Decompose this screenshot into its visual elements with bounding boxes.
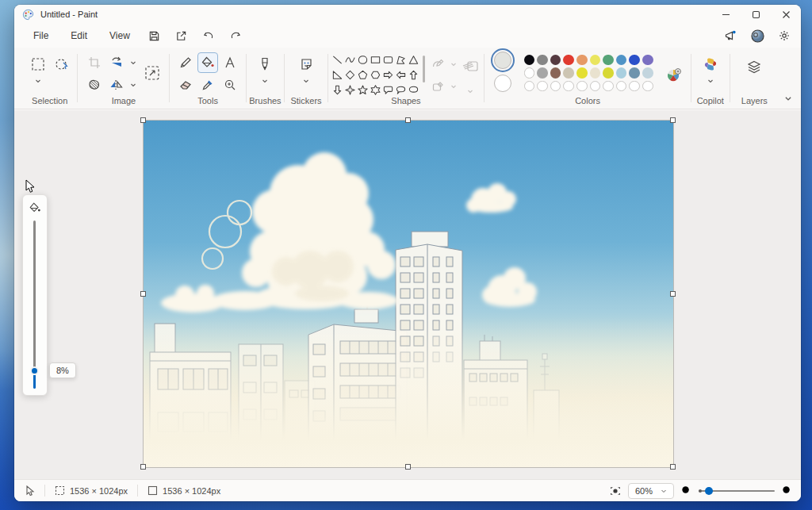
shape-oval[interactable] <box>357 52 370 67</box>
remove-background-button[interactable] <box>84 75 105 95</box>
color-swatch[interactable] <box>629 81 640 92</box>
selection-handle-top-right[interactable] <box>670 117 676 123</box>
color-swatch[interactable] <box>616 67 627 79</box>
stickers-button[interactable] <box>296 54 316 75</box>
canvas[interactable] <box>144 121 673 467</box>
shape-diamond[interactable] <box>344 67 357 82</box>
selection-handle-top-center[interactable] <box>405 117 411 123</box>
brushes-button[interactable] <box>255 54 275 75</box>
titlebar[interactable]: Untitled - Paint <box>14 5 801 24</box>
stickers-dropdown-chevron[interactable] <box>301 77 311 85</box>
shape-fill-button[interactable] <box>430 78 447 95</box>
rectangle-select-button[interactable] <box>28 54 48 75</box>
color-swatch[interactable] <box>524 81 535 92</box>
selection-handle-top-left[interactable] <box>140 117 146 123</box>
shape-line[interactable] <box>331 52 344 67</box>
selection-handle-mid-left[interactable] <box>140 291 146 297</box>
ribbon-collapse-chevron[interactable] <box>783 94 793 102</box>
shape-arrow-right[interactable] <box>382 67 395 82</box>
shape-curve[interactable] <box>344 52 357 67</box>
color-swatch[interactable] <box>603 67 614 79</box>
color-swatch[interactable] <box>524 67 535 79</box>
account-button[interactable] <box>747 26 768 45</box>
shape-style-chevron[interactable] <box>465 87 475 95</box>
zoom-slider-thumb[interactable] <box>705 487 713 495</box>
color2-swatch[interactable] <box>494 75 511 92</box>
shape-triangle[interactable] <box>408 52 420 67</box>
color-swatch[interactable] <box>550 55 561 66</box>
crop-button[interactable] <box>84 52 105 73</box>
color-swatch[interactable] <box>629 55 640 66</box>
shape-polygon[interactable] <box>395 52 408 67</box>
magnifier-tool-button[interactable] <box>220 75 240 95</box>
shape-hexagon[interactable] <box>370 67 382 82</box>
brushes-dropdown-chevron[interactable] <box>260 77 270 85</box>
color-swatch[interactable] <box>616 55 627 66</box>
color-swatch[interactable] <box>563 81 574 92</box>
pencil-tool-button[interactable] <box>175 52 196 73</box>
menu-edit[interactable]: Edit <box>63 27 95 44</box>
zoom-out-icon[interactable] <box>680 485 692 497</box>
color-swatch[interactable] <box>537 67 548 79</box>
minimize-button[interactable] <box>710 5 741 24</box>
color-swatch[interactable] <box>576 67 588 79</box>
settings-button[interactable] <box>774 26 795 45</box>
workspace[interactable] <box>14 110 801 480</box>
color-swatch[interactable] <box>642 67 653 79</box>
color-swatch[interactable] <box>642 81 653 92</box>
shape-arrow-up[interactable] <box>408 67 420 82</box>
shape-style-button[interactable] <box>460 56 481 76</box>
color-swatch[interactable] <box>642 55 653 66</box>
color-swatch[interactable] <box>590 55 601 66</box>
rotate-dropdown-chevron[interactable] <box>128 59 138 67</box>
tolerance-slider-track[interactable] <box>33 220 36 371</box>
fill-tool-button[interactable] <box>197 52 218 73</box>
color-swatch[interactable] <box>590 67 601 79</box>
selection-dropdown-chevron[interactable] <box>33 77 43 85</box>
close-button[interactable] <box>771 5 801 24</box>
color-swatch[interactable] <box>537 81 548 92</box>
shape-rounded-rectangle[interactable] <box>382 52 395 67</box>
shape-arrow-left[interactable] <box>395 67 408 82</box>
color-swatch[interactable] <box>563 55 574 66</box>
color-picker-tool-button[interactable] <box>197 75 218 95</box>
eraser-tool-button[interactable] <box>175 75 196 95</box>
zoom-in-icon[interactable] <box>781 485 793 497</box>
color-swatch[interactable] <box>537 55 548 66</box>
flip-button[interactable] <box>106 75 127 95</box>
color-swatch[interactable] <box>550 67 561 79</box>
shape-pentagon[interactable] <box>357 67 370 82</box>
zoom-slider[interactable] <box>699 486 775 496</box>
redo-button[interactable] <box>225 26 246 45</box>
shape-rectangle[interactable] <box>370 52 382 67</box>
menu-file[interactable]: File <box>25 27 56 44</box>
color-swatch[interactable] <box>590 81 601 92</box>
copilot-button[interactable] <box>700 54 721 75</box>
color-swatch[interactable] <box>603 81 614 92</box>
menu-view[interactable]: View <box>102 27 138 44</box>
copilot-dropdown-chevron[interactable] <box>706 77 715 85</box>
rotate-button[interactable] <box>106 52 127 73</box>
color-swatch[interactable] <box>616 81 627 92</box>
color-swatch[interactable] <box>524 55 535 66</box>
freeform-select-button[interactable] <box>52 54 72 75</box>
shape-outline-chevron[interactable] <box>449 60 458 68</box>
selection-handle-mid-right[interactable] <box>670 291 676 297</box>
feedback-button[interactable] <box>720 26 741 45</box>
color1-swatch[interactable] <box>494 52 511 69</box>
tolerance-slider-thumb[interactable] <box>30 366 39 375</box>
shape-fill-chevron[interactable] <box>449 82 458 90</box>
color-swatch[interactable] <box>576 55 588 66</box>
selection-handle-bottom-center[interactable] <box>405 464 411 470</box>
color-swatch[interactable] <box>550 81 561 92</box>
fit-to-screen-icon[interactable] <box>609 485 622 497</box>
shape-right-triangle[interactable] <box>331 67 344 82</box>
share-button[interactable] <box>171 26 192 45</box>
selection-handle-bottom-right[interactable] <box>670 464 676 470</box>
color-swatch[interactable] <box>576 81 588 92</box>
color-swatch[interactable] <box>603 55 614 66</box>
color-swatch[interactable] <box>563 67 574 79</box>
flip-dropdown-chevron[interactable] <box>128 81 138 89</box>
save-button[interactable] <box>144 26 165 45</box>
undo-button[interactable] <box>198 26 219 45</box>
